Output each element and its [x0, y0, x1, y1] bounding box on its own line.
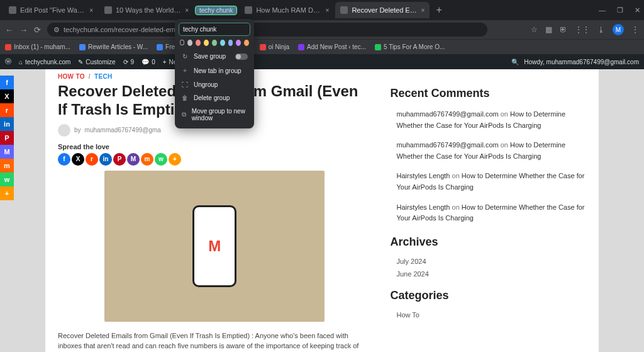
float-share-button[interactable]: f — [0, 76, 14, 89]
share-button[interactable]: P — [113, 153, 126, 166]
float-share-button[interactable]: r — [0, 103, 14, 117]
share-button[interactable]: in — [99, 153, 112, 166]
float-share-button[interactable]: w — [0, 173, 14, 186]
bookmark-item[interactable]: Inbox (1) - muham... — [5, 43, 70, 50]
tab-label: Recover Deleted Emails from G... — [352, 6, 418, 14]
category-link[interactable]: How To — [390, 311, 586, 319]
page-content: HOW TO / TECH Recover Deleted Emails fro… — [45, 69, 599, 352]
menu-item-icon: ⛶ — [181, 81, 189, 88]
context-menu-item[interactable]: ＋New tab in group — [179, 63, 250, 78]
maximize-icon[interactable]: ❐ — [617, 6, 623, 14]
tab-label: Edit Post "Five Ways To Organ... — [20, 6, 87, 14]
float-share-button[interactable]: X — [0, 89, 14, 103]
tab-4[interactable]: Recover Deleted Emails from G...× — [335, 2, 430, 18]
wp-howdy[interactable]: Howdy, muhammad6767499@gmail.com — [524, 59, 639, 65]
color-swatch[interactable] — [204, 40, 209, 46]
share-button[interactable]: M — [127, 153, 140, 166]
profile-avatar[interactable]: M — [613, 24, 624, 35]
bookmark-item[interactable]: oi Ninja — [260, 43, 289, 50]
color-swatch[interactable] — [187, 40, 192, 46]
share-button[interactable]: X — [72, 153, 84, 166]
color-swatch[interactable] — [244, 40, 249, 46]
color-swatch[interactable] — [236, 40, 241, 46]
comment-author[interactable]: Hairstyles Length — [396, 203, 450, 211]
menu-item-icon: ⧉ — [181, 111, 187, 118]
close-icon[interactable]: × — [89, 7, 93, 14]
author-link[interactable]: muhammad6767499@gma — [85, 127, 161, 133]
hero-image: M — [104, 171, 325, 322]
tab-3[interactable]: How Much RAM Do You Need...× — [240, 2, 334, 18]
archive-link[interactable]: July 2024 — [390, 258, 586, 265]
menu-item-icon: ↻ — [181, 53, 189, 60]
search-icon[interactable]: 🔍 — [511, 59, 519, 65]
context-menu-item[interactable]: ↻Save group — [179, 50, 250, 63]
share-button[interactable]: w — [155, 153, 167, 166]
recent-comments-heading: Recent Comments — [390, 87, 586, 100]
sidebar: Recent Comments muhammad6767499@gmail.co… — [390, 69, 586, 352]
color-swatch[interactable] — [212, 40, 217, 46]
toggle[interactable] — [235, 54, 248, 60]
crumb-howto[interactable]: HOW TO — [58, 73, 85, 80]
wp-logo[interactable]: ⓦ — [5, 57, 11, 66]
wp-comments[interactable]: 💬 0 — [142, 59, 155, 65]
shield-icon[interactable]: ⛨ — [560, 25, 567, 34]
address-bar-row: ← → ⟳ ⚙techychunk.com/recover-deleted-em… — [0, 20, 644, 39]
float-share-button[interactable]: in — [0, 117, 14, 131]
comment-item: Hairstyles Length on How to Determine Wh… — [390, 202, 586, 224]
close-icon[interactable]: × — [185, 7, 189, 14]
archives-heading: Archives — [390, 236, 586, 249]
back-icon[interactable]: ← — [5, 25, 13, 35]
crumb-tech[interactable]: TECH — [94, 73, 112, 80]
tab-0[interactable]: Edit Post "Five Ways To Organ...× — [4, 2, 98, 18]
menu-item-icon: ＋ — [181, 66, 189, 75]
context-menu-item[interactable]: ⛶Ungroup — [179, 78, 250, 91]
float-share-button[interactable]: m — [0, 159, 14, 173]
group-name-input[interactable] — [179, 23, 250, 36]
context-menu-item[interactable]: 🗑Delete group — [179, 91, 250, 105]
bookmark-item[interactable]: Add New Post ‹ tec... — [298, 43, 366, 50]
close-window-icon[interactable]: ✕ — [635, 6, 640, 14]
tab-group-chip[interactable]: techy chunk — [195, 6, 237, 15]
share-button[interactable]: + — [169, 153, 181, 166]
tab-1[interactable]: 10 Ways the World be Differen...× — [99, 2, 194, 18]
close-icon[interactable]: × — [326, 7, 330, 14]
wp-admin-bar: ⓦ ⌂ techychunk.com ✎ Customize ⟳ 9 💬 0 +… — [0, 54, 644, 69]
comment-author[interactable]: muhammad6767499@gmail.com — [396, 110, 498, 118]
extensions-icon[interactable]: ⋮⋮ — [575, 25, 590, 34]
bookmark-item[interactable]: Rewrite Articles - W... — [79, 43, 148, 50]
float-share-button[interactable]: + — [0, 186, 14, 200]
color-swatch[interactable] — [180, 40, 184, 45]
author-avatar — [58, 124, 70, 137]
minimize-icon[interactable]: — — [599, 6, 606, 14]
comment-author[interactable]: Hairstyles Length — [396, 172, 450, 179]
tab-group-context-menu: ↻Save group＋New tab in group⛶Ungroup🗑Del… — [175, 19, 254, 128]
forward-icon[interactable]: → — [19, 25, 28, 35]
bookmark-item[interactable]: 5 Tips For A More O... — [375, 43, 445, 50]
tab-label: 10 Ways the World be Differen... — [116, 6, 182, 14]
share-label: Spread the love — [58, 143, 371, 150]
close-icon[interactable]: × — [421, 7, 425, 14]
url-input[interactable]: ⚙techychunk.com/recover-deleted-emails-f… — [47, 23, 487, 37]
share-button[interactable]: f — [58, 153, 70, 166]
float-share-button[interactable]: M — [0, 145, 14, 159]
download-icon[interactable]: ⭳ — [597, 25, 605, 34]
float-share-button[interactable]: P — [0, 131, 14, 145]
color-swatch[interactable] — [220, 40, 225, 46]
menu-icon[interactable]: ⋮ — [631, 25, 639, 34]
share-button[interactable]: m — [141, 153, 153, 166]
comment-author[interactable]: muhammad6767499@gmail.com — [396, 141, 498, 149]
bookmark-icon[interactable]: ☆ — [531, 25, 538, 34]
color-swatch[interactable] — [196, 40, 201, 46]
wp-customize[interactable]: ✎ Customize — [78, 59, 115, 65]
archive-link[interactable]: June 2024 — [390, 270, 586, 278]
categories-heading: Categories — [390, 289, 586, 302]
reload-icon[interactable]: ⟳ — [34, 25, 41, 35]
extension-icon[interactable]: ▦ — [545, 25, 552, 34]
wp-updates[interactable]: ⟳ 9 — [123, 59, 135, 65]
share-button[interactable]: r — [86, 153, 98, 166]
new-tab-button[interactable]: + — [431, 4, 447, 16]
wp-site[interactable]: ⌂ techychunk.com — [19, 59, 70, 65]
context-menu-item[interactable]: ⧉Move group to new window — [179, 105, 250, 125]
color-swatch[interactable] — [228, 40, 233, 46]
share-buttons: fXrinPMmw+ — [58, 153, 371, 166]
